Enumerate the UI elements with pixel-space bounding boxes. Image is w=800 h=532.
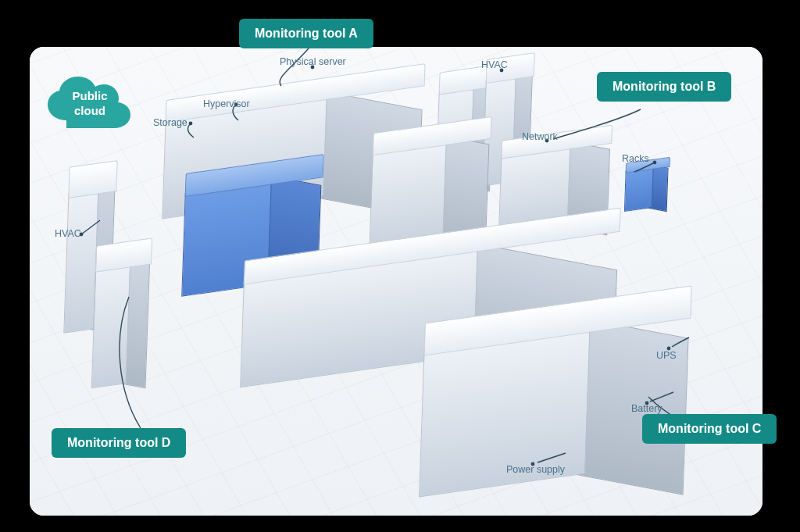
label-hypervisor: Hypervisor (203, 98, 250, 109)
label-hvac-top: HVAC (481, 59, 508, 70)
label-hvac-left: HVAC (55, 228, 81, 239)
label-racks: Racks (622, 153, 649, 164)
tag-monitoring-b: Monitoring tool B (597, 72, 731, 102)
label-power-supply: Power supply (506, 464, 565, 475)
tag-monitoring-d: Monitoring tool D (52, 428, 186, 458)
label-battery: Battery (631, 403, 662, 414)
label-network: Network (522, 131, 558, 142)
cloud-label-2: cloud (74, 104, 105, 117)
label-physical-server: Physical server (280, 56, 346, 67)
hvac-left-strip-2 (91, 238, 151, 387)
cloud-label-1: Public (43, 75, 137, 104)
label-ups: UPS (656, 350, 677, 361)
label-storage: Storage (153, 117, 188, 128)
blue-small-rack (624, 157, 669, 210)
tag-monitoring-c: Monitoring tool C (642, 414, 777, 444)
public-cloud: Public cloud (43, 75, 137, 136)
tag-monitoring-a: Monitoring tool A (239, 19, 373, 48)
